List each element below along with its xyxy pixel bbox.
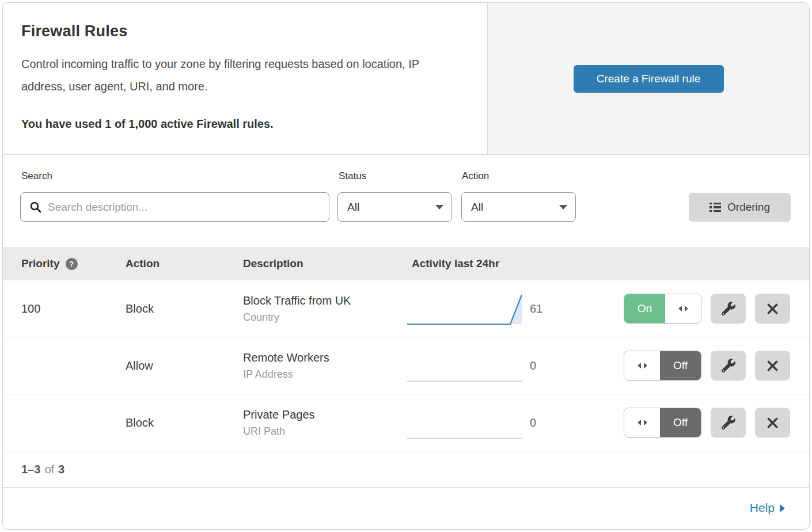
rule-description: Block Traffic from UK Country: [243, 294, 406, 324]
wrench-icon: [722, 359, 735, 373]
column-priority-label: Priority: [21, 257, 60, 270]
activity-sparkline: [406, 405, 530, 440]
rule-enabled-toggle[interactable]: Off: [624, 408, 701, 438]
column-description: Description: [243, 257, 406, 270]
rule-action: Block: [126, 416, 243, 430]
page-title: Firewall Rules: [21, 22, 469, 40]
table-header: Priority ? Action Description Activity l…: [3, 247, 809, 280]
ordering-button[interactable]: Ordering: [689, 193, 791, 222]
chevron-down-icon: [559, 205, 567, 210]
filter-bar: Search Status All Action All Ordering: [3, 155, 809, 247]
edit-rule-button[interactable]: [711, 294, 746, 324]
pagination-bar: 1–3 of 3: [3, 451, 809, 488]
activity-count: 0: [530, 416, 582, 430]
activity-count: 61: [530, 302, 582, 316]
search-icon: [29, 201, 42, 214]
arrow-right-icon: [780, 504, 785, 512]
status-selected-value: All: [347, 201, 435, 214]
column-activity: Activity last 24hr: [406, 257, 530, 270]
chevron-down-icon: [435, 205, 443, 210]
column-action: Action: [126, 257, 243, 270]
rule-match-type: URI Path: [243, 425, 406, 438]
help-link-label: Help: [750, 501, 775, 515]
help-icon[interactable]: ?: [66, 258, 78, 270]
search-label: Search: [21, 170, 52, 182]
delete-rule-button[interactable]: [755, 294, 790, 324]
rule-enabled-toggle[interactable]: Off: [624, 351, 701, 381]
help-link[interactable]: Help: [750, 501, 785, 515]
status-label: Status: [339, 170, 366, 182]
action-selected-value: All: [471, 201, 559, 214]
activity-sparkline: [406, 348, 530, 383]
rule-controls: Off: [582, 351, 790, 381]
rule-description: Private Pages URI Path: [243, 408, 406, 438]
page-header: Firewall Rules Control incoming traffic …: [3, 3, 809, 155]
rule-match-type: IP Address: [243, 368, 406, 381]
action-label: Action: [462, 170, 489, 182]
header-action-panel: Create a Firewall rule: [488, 3, 809, 154]
toggle-state-label: Off: [660, 351, 701, 380]
firewall-rules-panel: Firewall Rules Control incoming traffic …: [2, 2, 810, 530]
rule-action: Allow: [126, 359, 243, 373]
delete-rule-button[interactable]: [755, 351, 790, 381]
pagination-total: 3: [58, 463, 64, 476]
help-bar: Help: [3, 488, 809, 527]
close-icon: [767, 417, 779, 429]
delete-rule-button[interactable]: [755, 408, 790, 438]
rule-match-type: Country: [243, 311, 406, 324]
toggle-slider-icon: [624, 408, 660, 437]
pagination-of: of: [44, 463, 54, 476]
toggle-slider-icon: [665, 294, 701, 323]
activity-count: 0: [530, 359, 582, 373]
page-description: Control incoming traffic to your zone by…: [21, 53, 465, 98]
close-icon: [767, 360, 779, 372]
status-select[interactable]: All: [337, 192, 452, 222]
toggle-slider-icon: [624, 351, 660, 380]
edit-rule-button[interactable]: [711, 408, 746, 438]
rule-description-title: Private Pages: [243, 408, 406, 421]
rule-enabled-toggle[interactable]: On: [624, 294, 701, 324]
rule-description: Remote Workers IP Address: [243, 351, 406, 381]
create-firewall-rule-button[interactable]: Create a Firewall rule: [574, 65, 724, 93]
list-ordering-icon: [709, 203, 721, 212]
toggle-state-label: Off: [660, 408, 701, 437]
rule-priority: 100: [21, 302, 126, 316]
search-input[interactable]: [48, 193, 329, 221]
table-row: 100 Block Block Traffic from UK Country …: [3, 280, 809, 337]
rule-action: Block: [126, 302, 243, 316]
rule-controls: On: [582, 294, 790, 324]
pagination-range: 1–3: [21, 463, 40, 476]
rule-description-title: Block Traffic from UK: [243, 294, 406, 307]
usage-note: You have used 1 of 1,000 active Firewall…: [21, 117, 469, 131]
toggle-state-label: On: [624, 294, 665, 323]
ordering-button-label: Ordering: [727, 201, 770, 214]
rule-controls: Off: [582, 408, 790, 438]
rule-description-title: Remote Workers: [243, 351, 406, 364]
close-icon: [767, 303, 779, 315]
edit-rule-button[interactable]: [711, 351, 746, 381]
table-row: Block Private Pages URI Path 0 Off: [3, 394, 809, 451]
table-row: Allow Remote Workers IP Address 0 Off: [3, 337, 809, 394]
page-header-text: Firewall Rules Control incoming traffic …: [3, 3, 488, 154]
wrench-icon: [722, 416, 735, 430]
wrench-icon: [722, 302, 735, 316]
activity-sparkline: [406, 291, 530, 326]
action-select[interactable]: All: [461, 192, 576, 222]
column-priority: Priority ?: [21, 257, 126, 270]
search-box[interactable]: [20, 192, 329, 222]
